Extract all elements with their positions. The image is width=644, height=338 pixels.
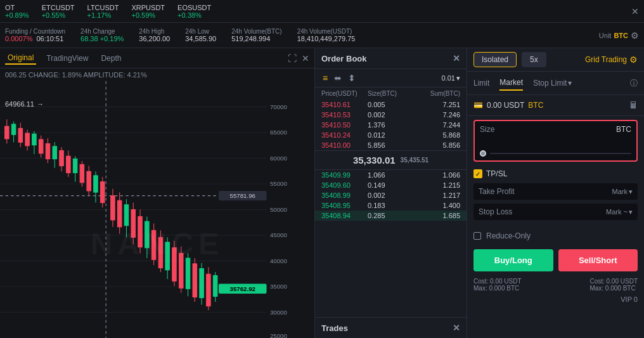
- order-tab-market[interactable]: Market: [499, 75, 523, 91]
- svg-rect-62: [131, 210, 135, 238]
- leverage-button[interactable]: 5x: [522, 52, 546, 67]
- vol-usdt-label: 24h Volume(USDT): [297, 28, 356, 35]
- ob-bid-row[interactable]: 35409.60 0.149 1.215: [315, 180, 467, 190]
- trades-close-icon[interactable]: ✕: [453, 323, 460, 333]
- trades-title: Trades: [321, 323, 348, 333]
- ticker-item-etcusdt[interactable]: ETCUSDT +0.55%: [42, 4, 75, 19]
- ob-bid-row[interactable]: 35408.94 0.285 1.685: [315, 211, 467, 221]
- chevron-down-icon: ▾: [629, 208, 633, 216]
- take-profit-mark[interactable]: Mark ▾: [612, 188, 633, 196]
- low-stat: 24h Low 34,585.90: [185, 28, 216, 42]
- svg-rect-70: [158, 237, 162, 268]
- calculator-icon[interactable]: 🖩: [629, 100, 638, 110]
- unit-btc: Unit BTC ⚙: [599, 30, 639, 41]
- info-icon[interactable]: ⓘ: [630, 78, 638, 89]
- tpsl-checkbox[interactable]: ✓: [473, 169, 482, 178]
- chart-info-bar: 006.25 CHANGE: 1.89% AMPLITUDE: 4.21%: [0, 68, 314, 81]
- chevron-down-icon: ▾: [568, 79, 572, 88]
- ob-ask-row[interactable]: 35410.61 0.005 7.251: [315, 100, 467, 110]
- main-content: Original TradingView Depth ⛶ ✕ 006.25 CH…: [0, 48, 644, 338]
- ticker-item-eosusdt[interactable]: EOSUSDT +0.38%: [177, 4, 211, 19]
- vol-btc-stat: 24h Volume(BTC) 519,248.994: [231, 28, 281, 42]
- close-icon[interactable]: ✕: [631, 6, 639, 16]
- svg-rect-66: [145, 221, 149, 248]
- close-chart-icon[interactable]: ✕: [302, 53, 309, 63]
- ob-bid-row[interactable]: 35408.95 0.183 1.400: [315, 200, 467, 211]
- ob-decimal-selector[interactable]: 0.01 ▾: [442, 74, 460, 82]
- ticker-change-ot: +0.89%: [5, 11, 29, 19]
- buy-long-button[interactable]: Buy/Long: [473, 249, 553, 271]
- isolated-button[interactable]: Isolated: [473, 52, 517, 67]
- expand-icon[interactable]: ⛶: [288, 53, 297, 63]
- order-book-panel: Order Book ✕ ≡ ⬌ ⬍ 0.01 ▾ Price(USDT) Si…: [314, 48, 467, 338]
- ticker-item-ot[interactable]: OT +0.89%: [5, 4, 29, 19]
- tp-vip-row: VIP 0: [467, 293, 644, 306]
- ob-ask-row[interactable]: 35410.24 0.012 5.868: [315, 130, 467, 140]
- size-input[interactable]: [480, 134, 631, 148]
- ob-ask-row[interactable]: 35410.53 0.002 7.246: [315, 110, 467, 120]
- tab-depth[interactable]: Depth: [98, 53, 124, 64]
- svg-rect-72: [165, 242, 169, 270]
- svg-rect-78: [186, 258, 190, 289]
- svg-text:50000: 50000: [270, 206, 288, 213]
- svg-rect-52: [94, 176, 98, 192]
- tp-slider-row[interactable]: [480, 148, 631, 157]
- ob-controls: ≡ ⬌ ⬍ 0.01 ▾: [315, 69, 467, 88]
- ob-bid-row[interactable]: 35409.99 1.066 1.066: [315, 170, 467, 180]
- ob-view-btn-1[interactable]: ≡: [321, 72, 329, 84]
- funding-stat: Funding / Countdown 0.0007% 06:10:51: [5, 28, 65, 42]
- size-unit: BTC: [616, 125, 631, 134]
- svg-text:70000: 70000: [270, 103, 288, 110]
- ticker-change-xrpusdt: +0.59%: [132, 11, 165, 19]
- price-arrow-icon: →: [37, 100, 44, 108]
- ob-view-btn-2[interactable]: ⬌: [333, 72, 343, 84]
- size-label: Size: [480, 125, 494, 134]
- tab-tradingview[interactable]: TradingView: [44, 53, 91, 64]
- ticker-change-ltcusdt: +1.17%: [87, 11, 119, 19]
- ob-view-btn-3[interactable]: ⬍: [347, 72, 357, 84]
- svg-rect-84: [207, 274, 210, 306]
- grid-trading-button[interactable]: Grid Trading ⚙: [585, 55, 638, 65]
- countdown-value: 06:10:51: [36, 35, 63, 42]
- svg-text:60000: 60000: [270, 155, 288, 162]
- svg-rect-46: [73, 159, 77, 173]
- ob-mid-price: 35,330.01 35,435.51: [315, 150, 467, 170]
- slider-handle[interactable]: [480, 150, 486, 157]
- svg-rect-86: [213, 275, 217, 296]
- tab-original[interactable]: Original: [5, 52, 36, 65]
- svg-rect-34: [32, 134, 36, 145]
- svg-rect-56: [111, 196, 115, 220]
- svg-text:65000: 65000: [270, 129, 288, 136]
- low-value: 34,585.90: [185, 35, 216, 42]
- order-tab-stop-limit[interactable]: Stop Limit ▾: [533, 79, 572, 88]
- ticker-item-ltcusdt[interactable]: LTCUSDT +1.17%: [87, 4, 119, 19]
- take-profit-label: Take Profit: [479, 187, 515, 196]
- ob-mid-price-value: 35,330.01: [353, 155, 396, 166]
- ob-ask-row[interactable]: 35410.00 5.856 5.856: [315, 140, 467, 150]
- ticker-name-xrpusdt: XRPUSDT: [132, 4, 165, 11]
- chart-controls: ⛶ ✕: [288, 53, 309, 63]
- order-book-close-icon[interactable]: ✕: [453, 53, 460, 63]
- high-stat: 24h High 36,200.00: [139, 28, 170, 42]
- unit-settings-icon[interactable]: ⚙: [631, 30, 639, 41]
- svg-text:45000: 45000: [270, 231, 288, 238]
- low-label: 24h Low: [185, 28, 216, 35]
- svg-text:40000: 40000: [270, 257, 288, 264]
- ob-bid-row[interactable]: 35408.99 0.002 1.217: [315, 190, 467, 200]
- reduce-only-checkbox[interactable]: [473, 232, 481, 240]
- ticker-bar: OT +0.89% ETCUSDT +0.55% LTCUSDT +1.17% …: [0, 0, 644, 23]
- chart-canvas[interactable]: NANCE 64966.11 →: [0, 81, 314, 338]
- slider-track[interactable]: [490, 153, 631, 154]
- balance-value: 0.00 USDT: [487, 101, 524, 110]
- sell-short-button[interactable]: Sell/Short: [558, 249, 638, 271]
- ticker-item-xrpusdt[interactable]: XRPUSDT +0.59%: [132, 4, 165, 19]
- price-label-left: 64966.11 →: [5, 100, 44, 108]
- tpsl-label: TP/SL: [486, 169, 507, 178]
- ob-ask-row[interactable]: 35410.50 1.376 7.244: [315, 120, 467, 130]
- order-tab-limit[interactable]: Limit: [473, 76, 489, 90]
- vol-btc-value: 519,248.994: [231, 35, 281, 42]
- svg-rect-64: [138, 216, 142, 247]
- vol-usdt-stat: 24h Volume(USDT) 18,410,449,279.75: [297, 28, 356, 42]
- stop-loss-mark[interactable]: Mark ~ ▾: [606, 208, 633, 216]
- trading-panel: Isolated 5x Grid Trading ⚙ Limit Market …: [467, 48, 644, 338]
